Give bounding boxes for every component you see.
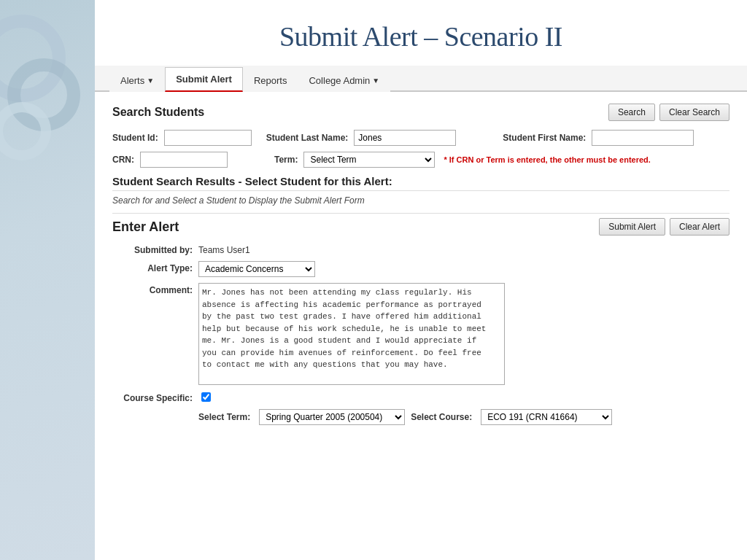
college-admin-dropdown-arrow: ▼: [372, 77, 379, 85]
search-btn-group: Search Clear Search: [608, 104, 729, 121]
alerts-dropdown-arrow: ▼: [147, 77, 154, 85]
submitted-by-label: Submitted by:: [112, 243, 193, 255]
last-name-input[interactable]: [354, 130, 456, 146]
search-button[interactable]: Search: [608, 104, 655, 121]
required-note: * If CRN or Term is entered, the other m…: [444, 155, 650, 164]
first-name-input[interactable]: [592, 130, 694, 146]
last-name-label: Student Last Name:: [266, 133, 349, 143]
decorative-circle-3: [0, 102, 51, 160]
student-id-label: Student Id:: [112, 133, 158, 143]
course-specific-checkbox[interactable]: [201, 392, 211, 402]
enter-alert-header: Enter Alert Submit Alert Clear Alert: [112, 218, 729, 236]
nav-item-alerts[interactable]: Alerts ▼: [109, 69, 165, 92]
select-term-course-row: Select Term: Spring Quarter 2005 (200504…: [112, 409, 729, 425]
search-students-header: Search Students Search Clear Search: [112, 104, 729, 121]
comment-label: Comment:: [112, 283, 193, 295]
crn-term-row: CRN: Term: Select Term Spring Quarter 20…: [112, 152, 729, 168]
submitted-by-value: Teams User1: [198, 243, 250, 255]
nav-item-reports[interactable]: Reports: [243, 69, 298, 92]
course-specific-row: Course Specific:: [112, 391, 729, 403]
alert-btn-group: Submit Alert Clear Alert: [599, 218, 729, 236]
nav-item-submit-alert[interactable]: Submit Alert: [165, 67, 243, 92]
page-title: Submit Alert – Scenario II: [95, 0, 747, 66]
select-term-course-group: Select Term: Spring Quarter 2005 (200504…: [198, 409, 612, 425]
crn-input[interactable]: [140, 152, 228, 168]
term-label: Term:: [274, 155, 298, 165]
search-results-title: Student Search Results - Select Student …: [112, 175, 729, 191]
select-course-label: Select Course:: [411, 412, 472, 422]
student-id-input[interactable]: [164, 130, 252, 146]
main-content: Submit Alert – Scenario II Alerts ▼ Subm…: [95, 0, 747, 560]
alert-type-select[interactable]: Academic Concerns Attendance Financial P…: [198, 261, 315, 277]
alert-type-label: Alert Type:: [112, 261, 193, 273]
select-term-select[interactable]: Spring Quarter 2005 (200504) Fall Quarte…: [259, 409, 405, 425]
clear-search-button[interactable]: Clear Search: [659, 104, 729, 121]
comment-row: Comment: Mr. Jones has not been attendin…: [112, 283, 729, 385]
course-specific-label: Course Specific:: [112, 391, 193, 403]
submit-alert-button[interactable]: Submit Alert: [599, 218, 665, 236]
select-term-label: Select Term:: [198, 412, 250, 422]
enter-alert-title: Enter Alert: [112, 219, 179, 235]
student-id-row: Student Id: Student Last Name: Student F…: [112, 130, 729, 146]
clear-alert-button[interactable]: Clear Alert: [670, 218, 729, 236]
divider-1: [112, 213, 729, 214]
decorative-panel: [0, 0, 95, 560]
search-students-title: Search Students: [112, 106, 204, 119]
submitted-by-row: Submitted by: Teams User1: [112, 243, 729, 255]
nav-bar: Alerts ▼ Submit Alert Reports College Ad…: [95, 66, 747, 92]
alert-type-row: Alert Type: Academic Concerns Attendance…: [112, 261, 729, 277]
form-area: Search Students Search Clear Search Stud…: [95, 92, 747, 560]
first-name-label: Student First Name:: [503, 133, 586, 143]
nav-item-college-admin[interactable]: College Admin ▼: [298, 69, 390, 92]
term-select[interactable]: Select Term Spring Quarter 2005 (200504)…: [303, 152, 435, 168]
select-course-select[interactable]: ECO 191 (CRN 41664) MAT 101 (CRN 41200) …: [481, 409, 612, 425]
search-hint: Search for and Select a Student to Displ…: [112, 195, 729, 206]
comment-textarea[interactable]: Mr. Jones has not been attending my clas…: [198, 283, 505, 385]
crn-label: CRN:: [112, 155, 134, 165]
